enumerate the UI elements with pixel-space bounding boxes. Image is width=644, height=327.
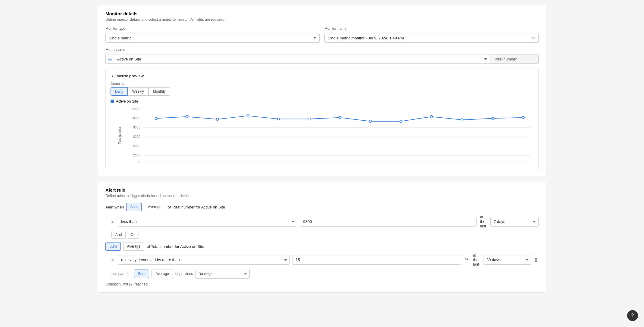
tab-monthly[interactable]: Monthly <box>148 87 170 96</box>
metric-preview-title: Metric preview <box>117 74 144 78</box>
compared-sum-btn[interactable]: Sum <box>134 270 149 278</box>
svg-text:6000: 6000 <box>133 135 140 138</box>
condition2-average-btn[interactable]: Average <box>123 242 144 251</box>
is-label-1: is <box>111 220 114 224</box>
monitor-details-title: Monitor details <box>105 11 539 16</box>
compared-to-row: compared to Sum Average of previous 7 da… <box>105 269 539 279</box>
svg-text:12000: 12000 <box>131 107 140 111</box>
compared-to-label: compared to <box>111 272 132 276</box>
in-the-last-label-2: in the last <box>472 253 481 267</box>
svg-point-32 <box>308 118 310 120</box>
alert-rule-subtitle: Define rules to trigger alerts based on … <box>105 194 539 198</box>
monitor-type-group: Monitor type Single metric <box>105 26 320 43</box>
legend-label: Active on Site <box>116 99 138 103</box>
condition2-period-select[interactable]: 7 days 14 days 30 days 60 days 90 days <box>483 255 531 265</box>
condition1-value-input[interactable] <box>300 217 476 227</box>
svg-point-27 <box>155 117 158 120</box>
condition2-value-input[interactable] <box>292 255 461 265</box>
svg-text:May 27: May 27 <box>396 163 406 164</box>
svg-point-37 <box>461 119 463 121</box>
metric-name-select[interactable]: Active on Site <box>114 54 490 63</box>
alert-of-text: of Total number for Active on Site <box>168 205 225 209</box>
svg-text:0: 0 <box>138 160 140 164</box>
condition2-type-select[interactable]: less than greater than equal to relative… <box>118 255 290 265</box>
monitor-name-group: Monitor name ⚙ <box>324 26 539 43</box>
svg-point-34 <box>369 120 372 122</box>
settings-icon[interactable]: ⚙ <box>530 35 538 40</box>
svg-text:8000: 8000 <box>133 125 140 129</box>
svg-text:Jun 24: Jun 24 <box>518 163 528 164</box>
svg-point-33 <box>339 116 341 119</box>
of-previous-label: of previous <box>175 272 193 276</box>
svg-point-36 <box>430 116 433 118</box>
alert-when-label: Alert when <box>105 205 124 209</box>
svg-point-28 <box>186 116 188 118</box>
monitor-details-card: Monitor details Define monitor details a… <box>98 5 546 176</box>
and-button[interactable]: And <box>111 231 126 239</box>
monitor-name-input[interactable] <box>325 33 530 42</box>
legend-dot <box>111 100 114 103</box>
chart-wrapper: Total number 12000 10000 8000 6000 4000 <box>111 106 533 165</box>
metric-select-wrapper: ◎ Active on Site <box>105 54 490 64</box>
condition2-sum-row: Sum Average of Total number for Active o… <box>105 242 539 251</box>
svg-text:Apr 15: Apr 15 <box>213 163 222 164</box>
is-label-2: is <box>111 258 114 262</box>
svg-point-35 <box>400 120 402 122</box>
svg-point-31 <box>277 118 280 120</box>
and-or-row: And Or <box>105 231 539 239</box>
metric-preview-header[interactable]: ▲ Metric preview <box>111 74 533 78</box>
svg-text:Apr 08: Apr 08 <box>182 163 191 164</box>
metric-chart: 12000 10000 8000 6000 4000 2000 0 Apr 01… <box>126 106 533 164</box>
condition1-row: is less than greater than equal to relat… <box>105 215 539 228</box>
monitor-name-label: Monitor name <box>324 26 539 31</box>
alert-sum-btn[interactable]: Sum <box>126 203 142 211</box>
svg-text:Apr 01: Apr 01 <box>152 163 161 164</box>
monitor-type-select[interactable]: Single metric <box>105 33 320 43</box>
or-button[interactable]: Or <box>127 231 139 239</box>
condition2-block: Sum Average of Total number for Active o… <box>105 242 539 279</box>
condition-limit-text: Condition limit (2) reached <box>105 282 539 286</box>
svg-point-38 <box>492 117 494 120</box>
tab-daily[interactable]: Daily <box>111 87 128 96</box>
collapse-icon: ▲ <box>111 74 114 78</box>
alert-average-btn[interactable]: Average <box>144 203 165 211</box>
metric-name-label: Metric name <box>105 48 539 52</box>
metric-name-group: Metric name ◎ Active on Site Total numbe… <box>105 48 539 64</box>
svg-text:May 13: May 13 <box>334 163 345 164</box>
percent-label: % <box>464 258 470 262</box>
svg-text:Apr 29: Apr 29 <box>274 163 283 164</box>
svg-point-30 <box>247 115 249 117</box>
svg-text:Jun 10: Jun 10 <box>457 163 467 164</box>
condition1-type-select[interactable]: less than greater than equal to relative… <box>118 217 298 227</box>
condition2-row: is less than greater than equal to relat… <box>105 253 539 267</box>
y-axis-title: Total number <box>118 127 121 144</box>
in-the-last-label-1: in the last <box>479 215 488 228</box>
compared-average-btn[interactable]: Average <box>152 270 173 278</box>
compared-period-select[interactable]: 7 days 14 days 30 days 60 days 90 days <box>195 269 250 279</box>
metric-row: ◎ Active on Site Total number <box>105 54 539 64</box>
condition2-sum-btn[interactable]: Sum <box>105 242 121 251</box>
svg-text:Jun 03: Jun 03 <box>427 163 436 164</box>
svg-text:4000: 4000 <box>133 144 140 148</box>
metric-preview-section: ▲ Metric preview Group by Daily Weekly M… <box>105 69 539 170</box>
tab-weekly[interactable]: Weekly <box>128 87 148 96</box>
condition1-period-select[interactable]: 7 days 14 days 30 days 60 days 90 days <box>490 217 539 227</box>
monitor-type-label: Monitor type <box>105 26 320 31</box>
monitor-details-subtitle: Define monitor details and select a metr… <box>105 17 539 22</box>
alert-rule-card: Alert rule Define rules to trigger alert… <box>98 181 546 293</box>
group-by-label: Group by <box>111 82 533 85</box>
alert-when-row: Alert when Sum Average of Total number f… <box>105 203 539 211</box>
svg-text:2000: 2000 <box>133 153 140 157</box>
group-by-tabs: Daily Weekly Monthly <box>111 87 533 96</box>
svg-text:Jun 17: Jun 17 <box>488 163 498 164</box>
condition2-delete-btn[interactable]: 🗑 <box>534 256 539 264</box>
chart-legend: Active on Site <box>111 99 533 103</box>
svg-point-39 <box>522 116 524 119</box>
monitor-name-field: ⚙ <box>324 33 539 43</box>
svg-point-29 <box>216 118 219 121</box>
alert-rule-title: Alert rule <box>105 187 539 193</box>
svg-text:May 20: May 20 <box>365 163 376 164</box>
metric-total: Total number <box>490 54 539 64</box>
svg-text:Apr 22: Apr 22 <box>243 163 253 164</box>
svg-text:May 06: May 06 <box>304 163 314 164</box>
